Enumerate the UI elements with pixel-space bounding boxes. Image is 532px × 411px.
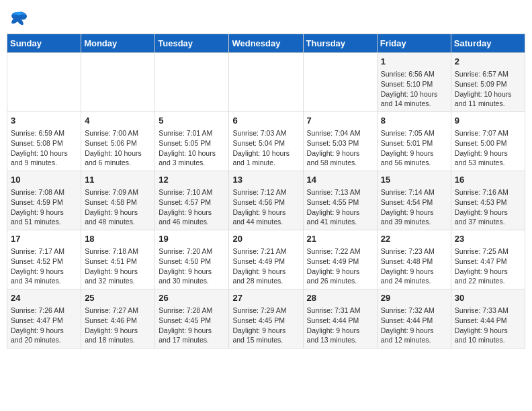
day-cell: 27Sunrise: 7:29 AM Sunset: 4:45 PM Dayli…	[229, 289, 303, 349]
day-detail: Sunrise: 7:27 AM Sunset: 4:46 PM Dayligh…	[85, 306, 138, 344]
day-number: 7	[307, 115, 373, 127]
day-detail: Sunrise: 7:32 AM Sunset: 4:44 PM Dayligh…	[381, 306, 435, 344]
day-cell: 1Sunrise: 6:56 AM Sunset: 5:10 PM Daylig…	[377, 53, 451, 112]
day-number: 25	[85, 292, 151, 304]
day-cell	[7, 53, 81, 112]
logo-bird-icon	[9, 11, 28, 26]
day-number: 16	[455, 174, 521, 186]
day-detail: Sunrise: 7:33 AM Sunset: 4:44 PM Dayligh…	[455, 306, 508, 344]
day-cell	[229, 53, 303, 112]
day-number: 26	[159, 292, 225, 304]
day-number: 24	[11, 292, 77, 304]
day-cell: 18Sunrise: 7:18 AM Sunset: 4:51 PM Dayli…	[81, 230, 155, 289]
day-number: 3	[11, 115, 77, 127]
day-cell: 11Sunrise: 7:09 AM Sunset: 4:58 PM Dayli…	[81, 171, 155, 230]
day-header-friday: Friday	[377, 34, 451, 53]
day-header-monday: Monday	[81, 34, 155, 53]
day-cell: 26Sunrise: 7:28 AM Sunset: 4:45 PM Dayli…	[155, 289, 229, 349]
day-number: 4	[85, 115, 151, 127]
header	[7, 7, 525, 28]
day-detail: Sunrise: 7:05 AM Sunset: 5:01 PM Dayligh…	[381, 129, 435, 167]
day-detail: Sunrise: 7:28 AM Sunset: 4:45 PM Dayligh…	[159, 306, 212, 344]
day-number: 14	[307, 174, 373, 186]
day-cell: 17Sunrise: 7:17 AM Sunset: 4:52 PM Dayli…	[7, 230, 81, 289]
day-number: 2	[455, 56, 521, 68]
day-detail: Sunrise: 7:08 AM Sunset: 4:59 PM Dayligh…	[11, 188, 64, 226]
week-row-2: 3Sunrise: 6:59 AM Sunset: 5:08 PM Daylig…	[7, 112, 525, 171]
day-number: 23	[455, 233, 521, 245]
day-detail: Sunrise: 7:00 AM Sunset: 5:06 PM Dayligh…	[85, 129, 142, 167]
day-number: 15	[381, 174, 447, 186]
day-cell: 14Sunrise: 7:13 AM Sunset: 4:55 PM Dayli…	[303, 171, 377, 230]
day-cell: 7Sunrise: 7:04 AM Sunset: 5:03 PM Daylig…	[303, 112, 377, 171]
day-detail: Sunrise: 6:59 AM Sunset: 5:08 PM Dayligh…	[11, 129, 68, 167]
calendar-table: SundayMondayTuesdayWednesdayThursdayFrid…	[7, 34, 525, 349]
day-detail: Sunrise: 7:25 AM Sunset: 4:47 PM Dayligh…	[455, 247, 508, 285]
day-number: 1	[381, 56, 447, 68]
day-header-saturday: Saturday	[451, 34, 525, 53]
day-number: 29	[381, 292, 447, 304]
day-number: 28	[307, 292, 373, 304]
day-number: 18	[85, 233, 151, 245]
day-number: 27	[232, 292, 299, 304]
day-cell: 30Sunrise: 7:33 AM Sunset: 4:44 PM Dayli…	[451, 289, 525, 349]
week-row-3: 10Sunrise: 7:08 AM Sunset: 4:59 PM Dayli…	[7, 171, 525, 230]
day-header-wednesday: Wednesday	[229, 34, 303, 53]
day-cell: 15Sunrise: 7:14 AM Sunset: 4:54 PM Dayli…	[377, 171, 451, 230]
week-row-1: 1Sunrise: 6:56 AM Sunset: 5:10 PM Daylig…	[7, 53, 525, 112]
day-cell: 9Sunrise: 7:07 AM Sunset: 5:00 PM Daylig…	[451, 112, 525, 171]
day-cell: 6Sunrise: 7:03 AM Sunset: 5:04 PM Daylig…	[229, 112, 303, 171]
week-row-5: 24Sunrise: 7:26 AM Sunset: 4:47 PM Dayli…	[7, 289, 525, 349]
day-cell: 22Sunrise: 7:23 AM Sunset: 4:48 PM Dayli…	[377, 230, 451, 289]
day-detail: Sunrise: 7:14 AM Sunset: 4:54 PM Dayligh…	[381, 188, 435, 226]
day-cell: 21Sunrise: 7:22 AM Sunset: 4:49 PM Dayli…	[303, 230, 377, 289]
day-cell: 28Sunrise: 7:31 AM Sunset: 4:44 PM Dayli…	[303, 289, 377, 349]
day-header-sunday: Sunday	[7, 34, 81, 53]
day-cell	[81, 53, 155, 112]
day-detail: Sunrise: 7:22 AM Sunset: 4:49 PM Dayligh…	[307, 247, 361, 285]
day-detail: Sunrise: 7:26 AM Sunset: 4:47 PM Dayligh…	[11, 306, 64, 344]
day-number: 22	[381, 233, 447, 245]
day-cell: 12Sunrise: 7:10 AM Sunset: 4:57 PM Dayli…	[155, 171, 229, 230]
day-cell: 13Sunrise: 7:12 AM Sunset: 4:56 PM Dayli…	[229, 171, 303, 230]
day-cell	[303, 53, 377, 112]
day-detail: Sunrise: 7:12 AM Sunset: 4:56 PM Dayligh…	[232, 188, 286, 226]
day-number: 10	[11, 174, 77, 186]
day-cell: 20Sunrise: 7:21 AM Sunset: 4:49 PM Dayli…	[229, 230, 303, 289]
day-detail: Sunrise: 6:56 AM Sunset: 5:10 PM Dayligh…	[381, 70, 438, 107]
day-detail: Sunrise: 7:31 AM Sunset: 4:44 PM Dayligh…	[307, 306, 361, 344]
day-detail: Sunrise: 7:23 AM Sunset: 4:48 PM Dayligh…	[381, 247, 435, 285]
day-number: 12	[159, 174, 225, 186]
day-detail: Sunrise: 7:20 AM Sunset: 4:50 PM Dayligh…	[159, 247, 212, 285]
day-detail: Sunrise: 7:09 AM Sunset: 4:58 PM Dayligh…	[85, 188, 138, 226]
day-cell: 19Sunrise: 7:20 AM Sunset: 4:50 PM Dayli…	[155, 230, 229, 289]
day-detail: Sunrise: 7:01 AM Sunset: 5:05 PM Dayligh…	[159, 129, 216, 167]
day-detail: Sunrise: 7:16 AM Sunset: 4:53 PM Dayligh…	[455, 188, 508, 226]
day-number: 6	[232, 115, 299, 127]
day-number: 19	[159, 233, 225, 245]
calendar-header-row: SundayMondayTuesdayWednesdayThursdayFrid…	[7, 34, 525, 53]
day-detail: Sunrise: 7:04 AM Sunset: 5:03 PM Dayligh…	[307, 129, 361, 167]
day-cell: 25Sunrise: 7:27 AM Sunset: 4:46 PM Dayli…	[81, 289, 155, 349]
day-number: 17	[11, 233, 77, 245]
day-cell: 2Sunrise: 6:57 AM Sunset: 5:09 PM Daylig…	[451, 53, 525, 112]
day-detail: Sunrise: 7:07 AM Sunset: 5:00 PM Dayligh…	[455, 129, 508, 167]
calendar-body: 1Sunrise: 6:56 AM Sunset: 5:10 PM Daylig…	[7, 53, 525, 349]
week-row-4: 17Sunrise: 7:17 AM Sunset: 4:52 PM Dayli…	[7, 230, 525, 289]
day-header-tuesday: Tuesday	[155, 34, 229, 53]
day-cell: 23Sunrise: 7:25 AM Sunset: 4:47 PM Dayli…	[451, 230, 525, 289]
day-detail: Sunrise: 7:29 AM Sunset: 4:45 PM Dayligh…	[232, 306, 286, 344]
day-cell: 4Sunrise: 7:00 AM Sunset: 5:06 PM Daylig…	[81, 112, 155, 171]
day-cell: 3Sunrise: 6:59 AM Sunset: 5:08 PM Daylig…	[7, 112, 81, 171]
day-detail: Sunrise: 7:18 AM Sunset: 4:51 PM Dayligh…	[85, 247, 138, 285]
day-detail: Sunrise: 7:13 AM Sunset: 4:55 PM Dayligh…	[307, 188, 361, 226]
day-cell: 29Sunrise: 7:32 AM Sunset: 4:44 PM Dayli…	[377, 289, 451, 349]
day-number: 8	[381, 115, 447, 127]
day-detail: Sunrise: 7:10 AM Sunset: 4:57 PM Dayligh…	[159, 188, 212, 226]
day-detail: Sunrise: 7:21 AM Sunset: 4:49 PM Dayligh…	[232, 247, 286, 285]
day-cell: 16Sunrise: 7:16 AM Sunset: 4:53 PM Dayli…	[451, 171, 525, 230]
day-cell: 8Sunrise: 7:05 AM Sunset: 5:01 PM Daylig…	[377, 112, 451, 171]
day-cell: 24Sunrise: 7:26 AM Sunset: 4:47 PM Dayli…	[7, 289, 81, 349]
day-detail: Sunrise: 7:17 AM Sunset: 4:52 PM Dayligh…	[11, 247, 64, 285]
day-cell	[155, 53, 229, 112]
